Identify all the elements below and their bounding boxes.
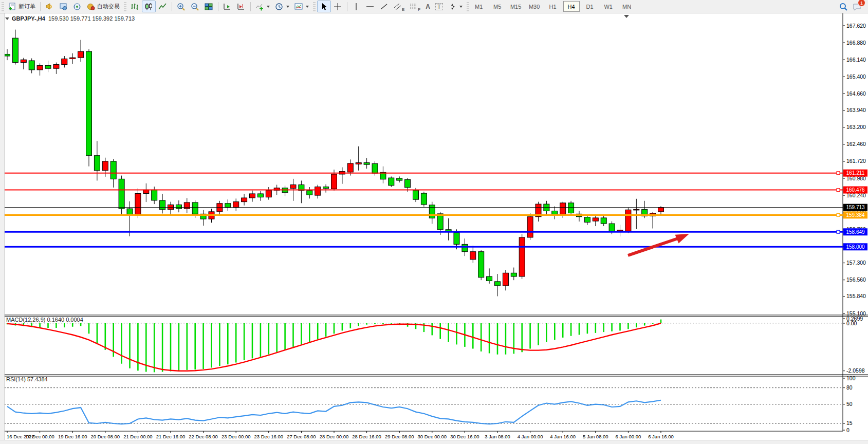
bear-candle — [45, 65, 51, 68]
bull-candle — [21, 60, 26, 62]
toolbar-grip[interactable] — [467, 2, 469, 11]
toolbar-grip[interactable] — [124, 2, 126, 11]
chevron-down-icon — [267, 6, 270, 8]
price-tick-label: 166.140 — [846, 57, 866, 63]
line-handle[interactable] — [837, 172, 840, 175]
line-handle[interactable] — [837, 213, 840, 216]
bear-candle — [511, 273, 516, 276]
indicators-button[interactable] — [253, 1, 272, 12]
collapse-ohlc-icon[interactable] — [5, 17, 9, 20]
bear-candle — [176, 205, 181, 209]
price-tick-label: 162.460 — [846, 141, 866, 147]
bear-candle — [413, 190, 419, 199]
bear-candle — [364, 163, 370, 165]
chart-title: GBPJPY-,H4 159.530 159.771 159.392 159.7… — [5, 15, 135, 22]
price-tick-label: 166.880 — [846, 40, 866, 46]
tab-timeframe-m1[interactable]: M1 — [471, 1, 487, 12]
time-tick-label: 22 Dec 08:00 — [189, 434, 218, 439]
window-left-edge — [0, 13, 5, 444]
auto-scroll-button[interactable] — [220, 1, 234, 12]
bull-candle — [78, 51, 84, 58]
crosshair-button[interactable] — [331, 1, 345, 12]
time-tick-label: 27 Dec 08:00 — [287, 434, 316, 439]
rsi-axis-label: 15 — [846, 420, 853, 426]
tab-timeframe-m5[interactable]: M5 — [489, 1, 506, 12]
tab-timeframe-d1[interactable]: D1 — [582, 1, 598, 12]
bear-candle — [29, 61, 34, 70]
text-button[interactable]: A — [423, 1, 433, 12]
fibonacci-button[interactable]: F — [407, 1, 423, 12]
auto-trading-button[interactable]: 自动交易 — [84, 1, 122, 12]
bull-candle — [184, 202, 190, 209]
tab-timeframe-h1[interactable]: H1 — [545, 1, 561, 12]
chart-canvas[interactable]: 167.620166.880166.140165.400164.660163.9… — [0, 13, 868, 444]
bear-candle — [454, 233, 459, 245]
cursor-button[interactable] — [317, 1, 331, 12]
chart-shift-button[interactable] — [234, 1, 248, 12]
market-watch-button[interactable] — [57, 1, 70, 12]
arrows-button[interactable] — [446, 1, 465, 12]
horizontal-line-button[interactable] — [363, 1, 377, 12]
zoom-out-button[interactable] — [188, 1, 202, 12]
price-tick-label: 161.720 — [846, 158, 866, 164]
text-label-button[interactable]: T — [433, 1, 446, 12]
tab-timeframe-h4[interactable]: H4 — [563, 1, 580, 12]
ideas-button[interactable] — [43, 1, 57, 12]
fibonacci-icon — [410, 3, 418, 11]
channel-label: E — [402, 7, 404, 12]
bull-candle — [37, 65, 43, 69]
tab-timeframe-mn[interactable]: MN — [619, 1, 635, 12]
separator — [347, 2, 347, 11]
new-order-label: 新订单 — [19, 3, 35, 10]
bull-candle — [290, 185, 296, 189]
bear-candle — [495, 282, 501, 286]
separator — [172, 2, 172, 11]
chevron-down-icon — [286, 6, 289, 8]
line-handle[interactable] — [837, 230, 840, 233]
tab-timeframe-m30[interactable]: M30 — [526, 1, 543, 12]
trendline-button[interactable] — [377, 1, 391, 12]
bear-candle — [568, 203, 574, 213]
macd-axis-label: -2.0598 — [846, 367, 865, 374]
bull-candle — [527, 217, 533, 237]
bull-candle — [356, 163, 361, 164]
channel-button[interactable]: E — [391, 1, 407, 12]
mt4-window: 新订单 自动交易 — [0, 0, 868, 444]
price-badge-label: 160.476 — [846, 187, 865, 193]
bear-candle — [323, 187, 329, 189]
new-order-button[interactable]: 新订单 — [6, 1, 38, 12]
bull-candle — [503, 273, 508, 286]
time-tick-label: 23 Dec 16:00 — [254, 434, 284, 439]
periods-button[interactable] — [272, 1, 292, 12]
notifications-button[interactable]: 1 — [850, 1, 864, 12]
line-handle[interactable] — [837, 189, 840, 192]
candlestick-chart-button[interactable] — [142, 1, 156, 12]
clock-icon — [275, 3, 284, 11]
price-badge-label: 159.713 — [846, 205, 865, 210]
price-badge-label: 161.211 — [846, 170, 865, 176]
tab-timeframe-w1[interactable]: W1 — [600, 1, 617, 12]
cursor-icon — [320, 3, 328, 11]
template-icon — [294, 3, 303, 11]
bear-candle — [437, 214, 443, 230]
line-chart-button[interactable] — [156, 1, 170, 12]
signals-button[interactable] — [70, 1, 84, 12]
candlestick-icon — [144, 3, 153, 11]
tile-windows-button[interactable] — [202, 1, 216, 12]
notification-badge: 1 — [858, 0, 865, 7]
chart-area[interactable]: 167.620166.880166.140165.400164.660163.9… — [0, 13, 868, 444]
bear-candle — [429, 205, 435, 218]
line-chart-icon — [158, 3, 167, 11]
search-button[interactable] — [836, 1, 850, 12]
templates-button[interactable] — [292, 1, 311, 12]
bar-chart-button[interactable] — [128, 1, 142, 12]
tab-timeframe-m15[interactable]: M15 — [508, 1, 524, 12]
bull-candle — [625, 210, 631, 231]
toolbar-grip[interactable] — [2, 2, 4, 11]
time-tick-label: 30 Dec 00:00 — [418, 434, 447, 439]
toolbar-grip[interactable] — [313, 2, 316, 11]
vertical-line-button[interactable] — [349, 1, 363, 12]
chart-bg — [0, 13, 868, 444]
bear-candle — [86, 51, 92, 156]
zoom-in-button[interactable] — [174, 1, 188, 12]
